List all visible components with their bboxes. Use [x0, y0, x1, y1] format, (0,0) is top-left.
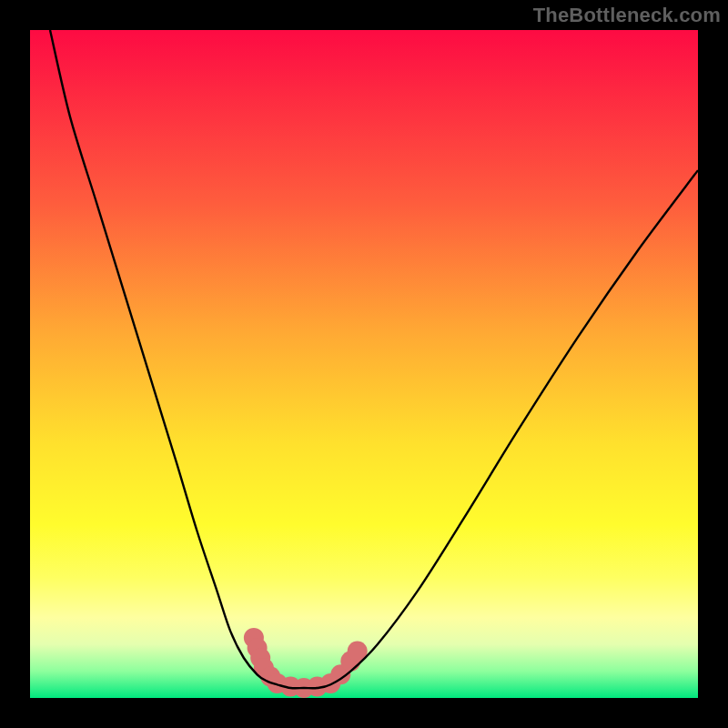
curve-layer: [30, 30, 698, 698]
bottleneck-curve: [50, 30, 698, 688]
plot-area: [30, 30, 698, 698]
watermark-text: TheBottleneck.com: [533, 4, 721, 27]
outer-black-frame: TheBottleneck.com: [0, 0, 728, 728]
